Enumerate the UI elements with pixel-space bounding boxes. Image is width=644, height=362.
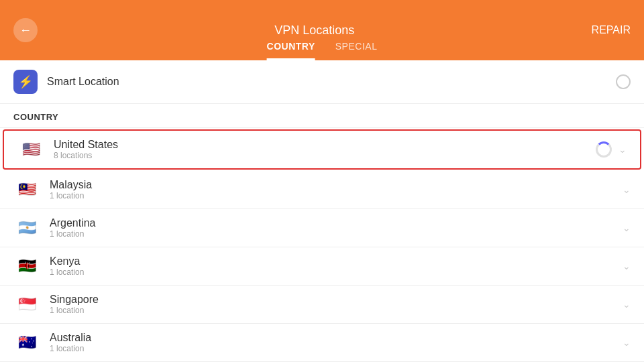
back-icon: ← [19,23,32,38]
country-name-ar: Argentina [50,217,96,229]
flag-my: 🇲🇾 [13,180,40,199]
smart-location-row[interactable]: ⚡ Smart Location [0,60,644,104]
tab-bar: COUNTRY SPECIAL [267,41,378,60]
smart-location-label: Smart Location [47,76,119,88]
country-info-au: Australia1 location [50,332,91,353]
chevron-icon-au[interactable]: ⌄ [623,337,631,348]
country-left-my: 🇲🇾Malaysia1 location [13,179,92,200]
row-right-us: ⌄ [596,141,627,158]
country-name-sg: Singapore [50,294,99,306]
flag-ke: 🇰🇪 [13,257,40,276]
repair-button[interactable]: REPAIR [592,24,631,36]
back-button[interactable]: ← [13,18,38,42]
chevron-icon-ar[interactable]: ⌄ [623,223,631,233]
chevron-icon-us[interactable]: ⌄ [619,144,627,155]
lightning-icon: ⚡ [18,74,33,89]
location-count-my: 1 location [50,191,92,200]
tab-country[interactable]: COUNTRY [267,41,315,60]
header: ← VPN Locations REPAIR COUNTRY SPECIAL [0,0,644,60]
row-right-ke: ⌄ [623,261,631,272]
country-row-ar[interactable]: 🇦🇷Argentina1 location⌄ [0,209,644,247]
location-count-ke: 1 location [50,267,84,277]
country-left-us: 🇺🇸United States8 locations [17,139,118,160]
smart-location-left: ⚡ Smart Location [13,70,119,94]
row-right-au: ⌄ [623,337,631,348]
chevron-icon-ke[interactable]: ⌄ [623,261,631,272]
location-count-ar: 1 location [50,229,96,239]
country-left-au: 🇦🇺Australia1 location [13,332,91,353]
country-info-ke: Kenya1 location [50,255,84,277]
country-row-us[interactable]: 🇺🇸United States8 locations⌄ [3,129,641,170]
row-right-sg: ⌄ [623,299,631,310]
location-count-us: 8 locations [54,151,118,160]
country-name-au: Australia [50,332,91,344]
country-left-sg: 🇸🇬Singapore1 location [13,294,99,315]
flag-sg: 🇸🇬 [13,295,40,314]
country-name-us: United States [54,139,118,151]
country-name-my: Malaysia [50,179,92,191]
country-left-ke: 🇰🇪Kenya1 location [13,255,84,277]
country-row-au[interactable]: 🇦🇺Australia1 location⌄ [0,324,644,362]
country-list: 🇺🇸United States8 locations⌄🇲🇾Malaysia1 l… [0,129,644,362]
country-name-ke: Kenya [50,255,84,267]
content-area: ⚡ Smart Location COUNTRY 🇺🇸United States… [0,60,644,362]
flag-au: 🇦🇺 [13,333,40,352]
location-count-sg: 1 location [50,306,99,315]
row-right-my: ⌄ [623,184,631,195]
chevron-icon-my[interactable]: ⌄ [623,184,631,195]
country-row-ke[interactable]: 🇰🇪Kenya1 location⌄ [0,247,644,286]
location-count-au: 1 location [50,344,91,353]
loading-spinner-us [596,141,612,158]
page-title: VPN Locations [274,23,354,38]
country-left-ar: 🇦🇷Argentina1 location [13,217,96,239]
tab-special[interactable]: SPECIAL [335,41,378,60]
section-header-country: COUNTRY [0,104,644,128]
flag-us: 🇺🇸 [17,140,44,159]
country-row-my[interactable]: 🇲🇾Malaysia1 location⌄ [0,171,644,209]
country-row-sg[interactable]: 🇸🇬Singapore1 location⌄ [0,286,644,324]
flag-ar: 🇦🇷 [13,219,40,237]
row-right-ar: ⌄ [623,223,631,233]
smart-location-radio[interactable] [616,74,631,89]
country-info-us: United States8 locations [54,139,118,160]
chevron-icon-sg[interactable]: ⌄ [623,299,631,310]
country-info-sg: Singapore1 location [50,294,99,315]
country-info-my: Malaysia1 location [50,179,92,200]
smart-location-icon: ⚡ [13,70,38,94]
country-info-ar: Argentina1 location [50,217,96,239]
